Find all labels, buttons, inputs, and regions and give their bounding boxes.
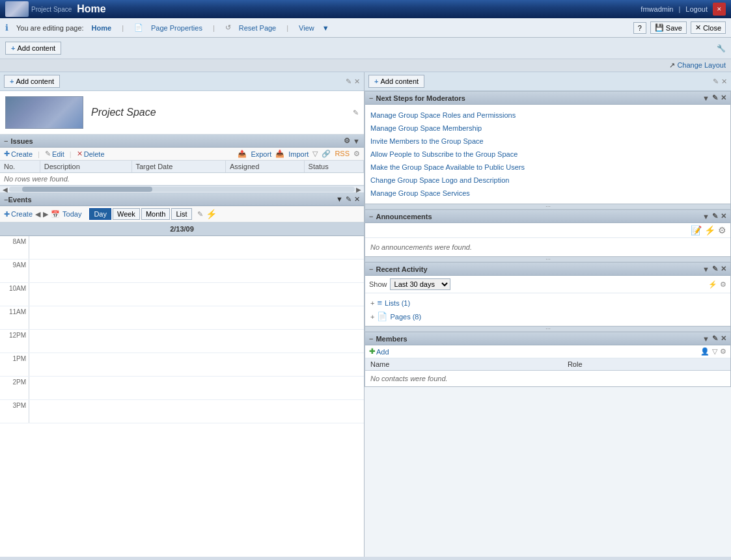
scroll-track[interactable] — [9, 187, 355, 192]
next-steps-collapse-icon[interactable]: − — [369, 94, 373, 102]
link-make-public[interactable]: Make the Group Space Available to Public… — [370, 161, 725, 174]
members-people-icon[interactable]: 👤 — [700, 347, 710, 356]
ra-pages-expand-icon: + — [370, 313, 374, 321]
members-edit-icon[interactable]: ✎ — [712, 334, 718, 343]
link-manage-services[interactable]: Manage Group Space Services — [370, 187, 725, 200]
show-dropdown[interactable]: Last 30 days Last 7 days Last 24 hours — [390, 278, 450, 290]
right-edit-icon[interactable]: ✎ — [713, 77, 719, 86]
events-next-btn[interactable]: ▶ — [43, 210, 48, 219]
next-steps-minimize-icon[interactable]: ▼ — [702, 94, 710, 102]
issues-header-actions: ⚙ ▼ — [344, 137, 360, 145]
issues-edit-btn[interactable]: ✎ Edit — [45, 150, 64, 158]
next-steps-resize-handle[interactable]: ⋯ — [365, 204, 730, 209]
recent-activity-collapse-icon[interactable]: − — [369, 265, 373, 273]
issues-create-btn[interactable]: ✚ Create — [4, 150, 33, 158]
time-content-8am[interactable] — [29, 236, 364, 259]
scroll-thumb[interactable] — [22, 187, 152, 192]
ra-item-pages[interactable]: + 📄 Pages (8) — [370, 310, 725, 323]
events-week-btn[interactable]: Week — [113, 208, 140, 220]
announcements-settings-icon[interactable]: ⚙ — [718, 225, 726, 235]
time-content-10am[interactable] — [29, 283, 364, 306]
right-close-icon[interactable]: ✕ — [721, 77, 727, 86]
left-add-content-button[interactable]: + Add content — [4, 75, 60, 88]
link-manage-roles[interactable]: Manage Group Space Roles and Permissions — [370, 109, 725, 122]
right-add-content-button[interactable]: + Add content — [368, 75, 424, 88]
time-content-9am[interactable] — [29, 260, 364, 282]
members-minimize-icon[interactable]: ▼ — [702, 335, 710, 343]
members-settings-icon[interactable]: ⚙ — [720, 347, 726, 356]
events-list-btn[interactable]: List — [171, 208, 191, 220]
members-add-button[interactable]: ✚ Add — [369, 347, 389, 356]
time-content-2pm[interactable] — [29, 377, 364, 399]
reset-page-link[interactable]: Reset Page — [239, 24, 276, 32]
issues-import-btn[interactable]: Import — [288, 150, 309, 158]
view-dropdown[interactable]: View — [299, 24, 314, 32]
save-button[interactable]: 💾 Save — [650, 21, 687, 34]
events-edit2-icon[interactable]: ✎ — [197, 210, 203, 219]
events-minimize-icon[interactable]: ▼ — [336, 195, 343, 204]
announcements-add-icon[interactable]: 📝 — [691, 225, 702, 235]
link-manage-membership[interactable]: Manage Group Space Membership — [370, 122, 725, 135]
events-close-icon[interactable]: ✕ — [354, 195, 360, 204]
issues-delete-btn[interactable]: ✕ Delete — [77, 150, 105, 158]
time-content-1pm[interactable] — [29, 353, 364, 376]
events-create-btn[interactable]: ✚ Create — [4, 210, 33, 219]
events-rss-icon[interactable]: ⚡ — [206, 209, 217, 219]
recent-activity-rss-icon[interactable]: ⚡ — [708, 280, 717, 289]
issues-action-settings[interactable]: ⚙ — [344, 137, 350, 145]
time-content-12pm[interactable] — [29, 330, 364, 353]
next-steps-edit-icon[interactable]: ✎ — [712, 94, 718, 102]
logout-icon[interactable]: ✕ — [713, 3, 726, 16]
recent-activity-settings-icon[interactable]: ⚙ — [720, 280, 726, 289]
edit-toolbar-right: ? 💾 Save ✕ Close — [633, 21, 726, 34]
scroll-right-arrow[interactable]: ▶ — [355, 186, 363, 193]
events-day-btn[interactable]: Day — [89, 208, 111, 220]
members-collapse-icon[interactable]: − — [369, 335, 373, 343]
announcements-close-icon[interactable]: ✕ — [721, 212, 726, 220]
issues-action-expand[interactable]: ▼ — [353, 137, 360, 145]
members-filter-icon[interactable]: ▽ — [712, 347, 717, 356]
recent-activity-resize-handle[interactable]: ⋯ — [365, 326, 730, 331]
announcements-rss-icon[interactable]: ⚡ — [704, 225, 715, 235]
recent-activity-minimize-icon[interactable]: ▼ — [702, 265, 710, 273]
close-button[interactable]: ✕ Close — [691, 21, 726, 34]
logout-link[interactable]: Logout — [685, 5, 708, 13]
time-content-3pm[interactable] — [29, 400, 364, 423]
left-edit-icon[interactable]: ✎ — [346, 77, 352, 86]
horizontal-scrollbar[interactable]: ◀ ▶ — [0, 185, 364, 193]
events-today-btn[interactable]: Today — [62, 210, 81, 218]
issues-collapse-icon[interactable]: − — [4, 137, 8, 145]
global-wrench-icon[interactable]: 🔧 — [717, 44, 726, 53]
issues-rss-icon[interactable]: RSS — [335, 150, 350, 158]
scroll-left-arrow[interactable]: ◀ — [1, 186, 9, 193]
issues-links-icon[interactable]: 🔗 — [322, 150, 331, 158]
issues-export-btn[interactable]: Export — [251, 150, 271, 158]
events-calendar-icon: 📅 — [51, 210, 60, 219]
issues-more-icon[interactable]: ⚙ — [353, 150, 360, 158]
events-prev-btn[interactable]: ◀ — [35, 210, 40, 219]
global-add-content-button[interactable]: + Add content — [5, 42, 61, 55]
issues-filter-icon[interactable]: ▽ — [312, 150, 318, 158]
announcements-edit-icon[interactable]: ✎ — [712, 212, 718, 220]
page-name-link[interactable]: Home — [92, 24, 112, 32]
help-button[interactable]: ? — [633, 22, 646, 34]
time-content-11am[interactable] — [29, 306, 364, 329]
link-invite-members[interactable]: Invite Members to the Group Space — [370, 135, 725, 148]
announcements-resize-handle[interactable]: ⋯ — [365, 256, 730, 261]
change-layout-link[interactable]: Change Layout — [677, 61, 726, 69]
link-change-logo[interactable]: Change Group Space Logo and Description — [370, 174, 725, 187]
page-properties-link[interactable]: Page Properties — [151, 24, 202, 32]
left-close-icon[interactable]: ✕ — [354, 77, 360, 86]
announcements-minimize-icon[interactable]: ▼ — [702, 213, 710, 220]
members-close-icon[interactable]: ✕ — [721, 334, 726, 343]
events-edit-icon[interactable]: ✎ — [346, 195, 352, 204]
next-steps-close-icon[interactable]: ✕ — [721, 94, 726, 102]
link-allow-subscribe[interactable]: Allow People to Subscribe to the Group S… — [370, 148, 725, 161]
ra-pages-label: Pages (8) — [390, 313, 421, 321]
recent-activity-edit-icon[interactable]: ✎ — [712, 265, 718, 273]
recent-activity-close-icon[interactable]: ✕ — [721, 265, 726, 273]
announcements-collapse-icon[interactable]: − — [369, 213, 373, 220]
ra-item-lists[interactable]: + ≡ Lists (1) — [370, 296, 725, 310]
banner-edit-icon[interactable]: ✎ — [353, 109, 359, 117]
events-month-btn[interactable]: Month — [141, 208, 171, 220]
